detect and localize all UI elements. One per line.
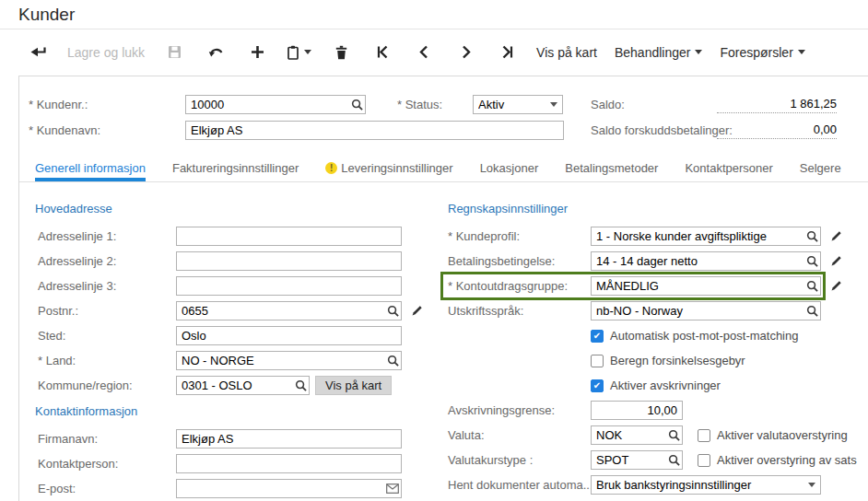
postal-code-input[interactable] [177,302,384,320]
customer-class-field[interactable] [591,227,821,246]
currency-override-checkbox[interactable] [698,429,710,442]
email-field[interactable] [176,479,402,498]
undo-button[interactable] [204,39,228,66]
rate-override-checkbox[interactable] [698,454,710,467]
customer-name-input[interactable] [186,122,563,139]
region-row: Kommune/region: Vis på kart [27,376,443,395]
late-fee-label: Beregn forsinkelsesgebyr [610,354,745,367]
writeoff-limit-label: Avskrivningsgrense: [445,403,591,417]
tab-salespersons[interactable]: Selgere [800,154,841,181]
address-line-3-input[interactable] [177,277,401,295]
tab-locations[interactable]: Lokasjoner [480,154,539,181]
inquiries-menu-button[interactable]: Forespørsler [720,39,804,66]
envelope-icon[interactable] [384,480,401,497]
last-record-button[interactable] [495,39,519,66]
chevron-down-icon [304,50,311,54]
copy-paste-button[interactable] [287,39,311,66]
status-dropdown[interactable] [473,95,563,114]
currency-field[interactable] [591,425,683,445]
accounting-section-title: Regnskapsinnstillinger [448,202,868,216]
edit-icon[interactable] [409,301,424,320]
rate-type-input[interactable] [592,451,665,469]
inquiries-menu-label: Forespørsler [720,45,792,60]
first-record-button[interactable] [370,39,394,66]
main-address-column: Hovedadresse Adresselinje 1: Adresselinj… [27,194,443,501]
clipboard-icon [287,45,299,60]
previous-record-button[interactable] [412,39,436,66]
city-field[interactable] [176,326,402,345]
rate-type-field[interactable] [591,450,683,470]
lookup-icon[interactable] [803,227,820,245]
lookup-icon[interactable] [384,352,401,369]
tab-invoicing-settings[interactable]: Faktureringsinnstillinger [172,154,299,181]
payment-terms-input[interactable] [592,252,803,270]
city-row: Sted: [27,326,443,345]
address-line-1-input[interactable] [177,227,401,245]
header-row-2: * Kundenavn: Saldo forskuddsbetalinger: … [19,121,868,140]
chevron-down-icon[interactable] [803,476,820,494]
save-button[interactable] [162,39,186,66]
tab-payment-methods[interactable]: Betalingsmetoder [565,154,658,181]
delete-button[interactable] [329,39,353,66]
back-button[interactable] [26,39,50,66]
lookup-icon[interactable] [665,451,682,469]
late-fee-checkbox[interactable] [591,355,604,367]
show-on-map-toolbar-button[interactable]: Vis på kart [536,39,597,66]
currency-input[interactable] [592,426,665,444]
statement-cycle-input[interactable] [592,277,803,295]
next-record-button[interactable] [453,39,477,66]
add-button[interactable] [245,39,269,66]
customer-class-input[interactable] [592,227,803,245]
lookup-icon[interactable] [803,277,820,295]
address-line-3-field[interactable] [176,276,402,296]
customer-no-input[interactable] [186,96,348,113]
show-on-map-button[interactable]: Vis på kart [315,376,392,395]
actions-menu-button[interactable]: Behandlinger [615,39,703,66]
chevron-down-icon[interactable] [545,96,562,113]
address-line-2-input[interactable] [177,252,401,270]
lookup-icon[interactable] [292,377,309,394]
contact-person-field[interactable] [176,454,402,473]
statement-cycle-field[interactable] [591,276,821,296]
lookup-icon[interactable] [803,252,820,270]
lookup-icon[interactable] [348,96,365,113]
customer-name-field[interactable] [185,121,564,140]
enable-writeoffs-checkbox[interactable] [591,379,604,392]
edit-icon[interactable] [828,227,843,246]
contact-person-input[interactable] [177,455,401,472]
lookup-icon[interactable] [384,302,401,320]
customer-no-field[interactable] [185,95,366,114]
lookup-icon[interactable] [665,426,682,444]
address-line-1-field[interactable] [176,227,402,246]
customer-form-panel: * Kundenr.: * Status: Saldo: 1 861,25 * … [18,76,868,501]
region-input[interactable] [177,377,292,394]
print-language-field[interactable] [591,301,821,320]
city-input[interactable] [177,327,401,344]
payment-terms-field[interactable] [591,251,821,271]
writeoff-limit-field[interactable] [591,401,683,420]
fetch-documents-value[interactable] [592,476,803,494]
tab-contact-persons[interactable]: Kontaktpersoner [685,154,772,181]
company-name-input[interactable] [177,430,401,448]
postal-code-field[interactable] [176,301,402,320]
writeoff-limit-input[interactable] [592,402,682,419]
first-record-icon [376,45,390,59]
address-line-2-field[interactable] [176,251,402,271]
enable-writeoffs-row: Aktiver avskrivninger [591,376,868,395]
fetch-documents-label: Hent dokumenter automa... [445,478,591,492]
print-language-input[interactable] [592,302,803,320]
tab-general-information[interactable]: Generell informasjon [35,154,146,181]
country-input[interactable] [177,352,384,369]
edit-icon[interactable] [828,251,843,271]
tab-delivery-settings[interactable]: ! Leveringsinnstillinger [325,154,452,181]
lookup-icon[interactable] [803,302,820,320]
email-input[interactable] [177,480,384,497]
fetch-documents-dropdown[interactable] [591,475,821,495]
edit-icon[interactable] [828,276,843,296]
company-name-field[interactable] [176,429,402,449]
country-field[interactable] [176,351,402,370]
save-and-close-button[interactable]: Lagre og lukk [67,39,145,66]
status-value[interactable] [474,96,545,113]
auto-apply-checkbox[interactable] [591,330,604,343]
region-field[interactable] [176,376,310,395]
